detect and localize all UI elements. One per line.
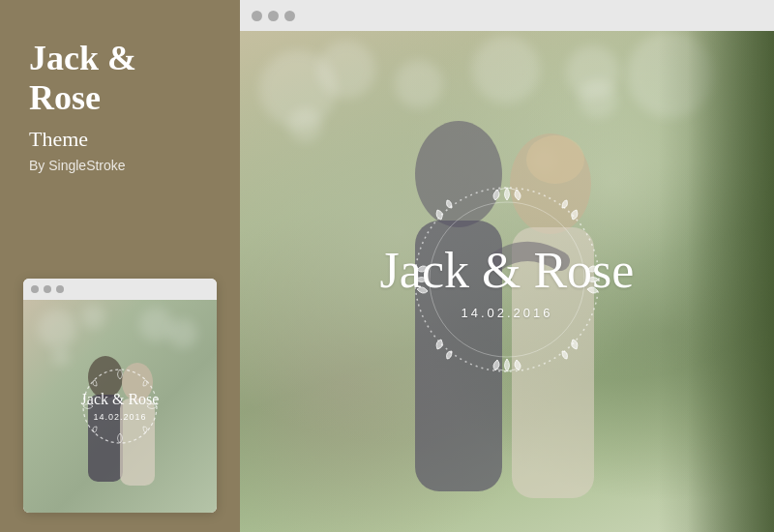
main-couple-names: Jack & Rose: [380, 243, 635, 298]
mini-preview-window: Jack & Rose 14.02.2016: [23, 279, 217, 513]
main-dot-2: [268, 11, 279, 21]
theme-subtitle: Theme: [29, 127, 211, 152]
main-area: Jack & Rose 14.02.2016: [240, 0, 774, 532]
title-line2: Rose: [29, 78, 101, 117]
theme-author: By SingleStroke: [29, 158, 211, 173]
mini-dot-1: [31, 285, 39, 293]
sidebar: Jack & Rose Theme By SingleStroke: [0, 0, 240, 532]
mini-dot-2: [44, 285, 51, 293]
main-dot-1: [252, 11, 262, 21]
mini-dot-3: [56, 285, 64, 293]
main-dot-3: [284, 11, 295, 21]
main-wedding-date: 14.02.2016: [380, 306, 635, 320]
main-text-overlay: Jack & Rose 14.02.2016: [380, 243, 635, 320]
mini-preview-image: Jack & Rose 14.02.2016: [23, 300, 217, 513]
theme-title: Jack & Rose: [29, 39, 211, 119]
main-preview-area: Jack & Rose 14.02.2016: [240, 31, 774, 532]
title-line1: Jack &: [29, 39, 136, 77]
main-titlebar: [240, 0, 774, 31]
mini-titlebar: [23, 279, 217, 300]
